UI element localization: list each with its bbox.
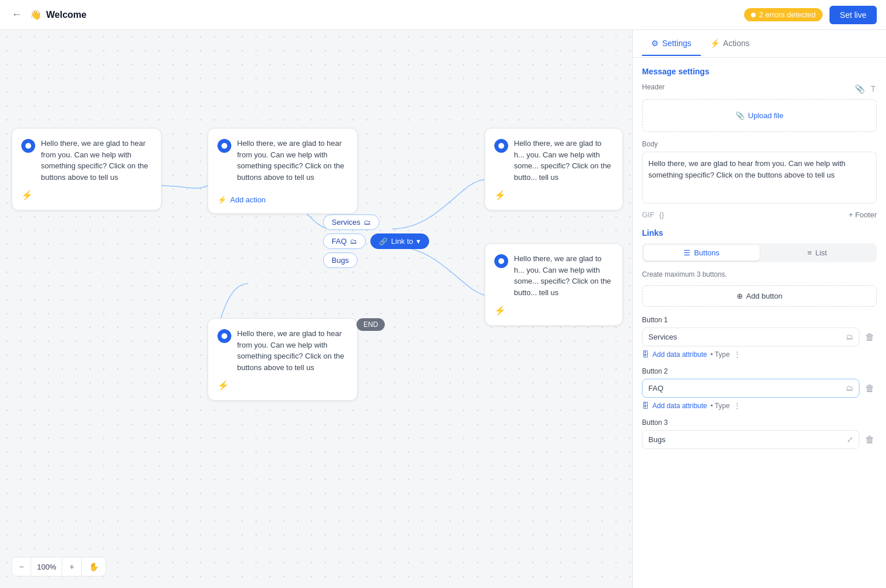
panel-tabs: ⚙ Settings ⚡ Actions (633, 30, 886, 58)
node5-icon (217, 329, 231, 343)
footer-button[interactable]: + Footer (849, 210, 877, 219)
svg-point-4 (222, 333, 227, 339)
node3-text: Hello there, we are glad to h... you. Ca… (514, 138, 613, 183)
node5-text: Hello there, we are glad to hear from yo… (237, 328, 348, 373)
link-to-chip[interactable]: 🔗 Link to ▾ (370, 233, 429, 249)
add-button-circle-icon: ⊕ (737, 292, 743, 300)
chat-node-2: Hello there, we are glad to hear from yo… (208, 128, 358, 214)
node4-flash-icon: ⚡ (494, 305, 506, 316)
upload-area[interactable]: 📎 Upload file (642, 99, 877, 132)
services-chip[interactable]: Services 🗂 (323, 214, 380, 230)
body-textarea[interactable]: Hello there, we are glad to hear from yo… (642, 152, 877, 203)
node2-icon (217, 139, 231, 153)
body-toolbar: GIF {} + Footer (642, 210, 877, 219)
node1-icon (21, 139, 35, 153)
list-icon: ≡ (808, 248, 812, 257)
chat-node-3: Hello there, we are glad to h... you. Ca… (485, 128, 623, 210)
button1-more-icon[interactable]: ⋮ (733, 350, 741, 359)
tab-actions[interactable]: ⚡ Actions (701, 32, 759, 56)
node5-flash-icon: ⚡ (217, 380, 229, 391)
button3-input[interactable]: Bugs ⤢ (642, 430, 859, 449)
node1-flash-icon: ⚡ (21, 190, 33, 201)
page-title: 👋 Welcome (30, 9, 87, 20)
button2-copy-icon: 🗂 (846, 384, 853, 393)
node1-text: Hello there, we are glad to hear from yo… (41, 138, 152, 183)
add-button-button[interactable]: ⊕ Add button (642, 285, 877, 307)
add-button-label: Add button (746, 292, 783, 300)
button2-delete-button[interactable]: 🗑 (863, 381, 877, 396)
button3-input-row: Bugs ⤢ 🗑 (642, 430, 877, 449)
button3-expand-icon: ⤢ (847, 435, 853, 444)
topbar: ← 👋 Welcome 2 errors detected Set live (0, 0, 886, 30)
zoom-value: 100% (31, 558, 62, 576)
svg-point-1 (222, 143, 227, 149)
add-action-label: Add action (230, 195, 265, 204)
buttons-toggle-label: Buttons (694, 248, 719, 257)
bugs-chip[interactable]: Bugs (323, 252, 358, 268)
button2-input-row: FAQ 🗂 🗑 (642, 379, 877, 398)
button1-input-row: Services 🗂 🗑 (642, 327, 877, 346)
message-settings-title: Message settings (642, 67, 877, 76)
link-to-text: Link to (391, 237, 413, 246)
faq-chip[interactable]: FAQ 🗂 (323, 233, 366, 249)
header-text-icon[interactable]: T (869, 83, 877, 95)
button2-add-data-attr-label: Add data attribute (652, 402, 707, 410)
button1-add-data-attr-label: Add data attribute (652, 350, 707, 359)
button1-section: Button 1 Services 🗂 🗑 🗄 Add data attribu… (642, 316, 877, 359)
buttons-list-icon: ☰ (684, 248, 690, 257)
end-badge: END (356, 318, 385, 331)
zoom-in-button[interactable]: + (62, 557, 81, 576)
panel-content: Message settings Header 📎 T 📎 Upload fil… (633, 58, 886, 588)
back-button[interactable]: ← (9, 6, 24, 23)
button2-more-icon[interactable]: ⋮ (733, 401, 741, 410)
header-clip-icon[interactable]: 📎 (854, 83, 866, 95)
link-to-chevron-icon: ▾ (416, 237, 421, 246)
add-action-button[interactable]: ⚡ Add action (217, 195, 265, 204)
gif-button[interactable]: GIF (642, 210, 655, 219)
hand-tool-button[interactable]: ✋ (82, 557, 106, 576)
list-toggle[interactable]: ≡ List (760, 245, 876, 261)
node2-text: Hello there, we are glad to hear from yo… (237, 138, 348, 183)
errors-badge: 2 errors detected (744, 8, 823, 21)
node3-flash-icon: ⚡ (494, 190, 506, 201)
button1-db-icon: 🗄 (642, 350, 649, 359)
code-button[interactable]: {} (659, 210, 664, 219)
list-toggle-label: List (815, 248, 827, 257)
tab-settings[interactable]: ⚙ Settings (642, 32, 701, 56)
topbar-left: ← 👋 Welcome (9, 6, 87, 23)
links-title: Links (642, 228, 877, 238)
button1-add-data-attr[interactable]: 🗄 Add data attribute • Type ⋮ (642, 350, 877, 359)
zoom-controls: − 100% + ✋ (12, 557, 106, 576)
faq-chip-icon: 🗂 (350, 238, 357, 246)
button1-delete-button[interactable]: 🗑 (863, 330, 877, 345)
button2-section: Button 2 FAQ 🗂 🗑 🗄 Add data attribute • … (642, 367, 877, 410)
upload-clip-icon: 📎 (735, 111, 745, 120)
header-icons: 📎 T (854, 83, 877, 95)
button2-label: Button 2 (642, 367, 877, 375)
canvas: Hello there, we are glad to hear from yo… (0, 30, 632, 588)
button2-type-label: • Type (711, 402, 730, 410)
buttons-toggle[interactable]: ☰ Buttons (644, 245, 760, 261)
set-live-button[interactable]: Set live (829, 6, 877, 24)
services-chip-text: Services (332, 218, 361, 227)
links-toggle: ☰ Buttons ≡ List (642, 243, 877, 262)
button3-value: Bugs (648, 435, 666, 444)
node4-icon (494, 254, 508, 268)
header-row: Header 📎 T (642, 83, 877, 95)
button1-label: Button 1 (642, 316, 877, 324)
zoom-out-button[interactable]: − (12, 557, 31, 576)
button1-input[interactable]: Services 🗂 (642, 327, 859, 346)
settings-tab-label: Settings (662, 39, 692, 48)
services-chip-icon: 🗂 (364, 218, 371, 227)
button1-type-label: • Type (711, 350, 730, 359)
button2-db-icon: 🗄 (642, 402, 649, 410)
chat-node-1: Hello there, we are glad to hear from yo… (12, 128, 162, 210)
button2-add-data-attr[interactable]: 🗄 Add data attribute • Type ⋮ (642, 401, 877, 410)
page-title-text: Welcome (46, 10, 87, 20)
button3-delete-button[interactable]: 🗑 (863, 432, 877, 447)
actions-flash-icon: ⚡ (710, 39, 720, 48)
button3-section: Button 3 Bugs ⤢ 🗑 (642, 419, 877, 449)
svg-point-0 (25, 143, 31, 149)
button2-input[interactable]: FAQ 🗂 (642, 379, 859, 398)
bugs-chip-text: Bugs (332, 256, 349, 265)
